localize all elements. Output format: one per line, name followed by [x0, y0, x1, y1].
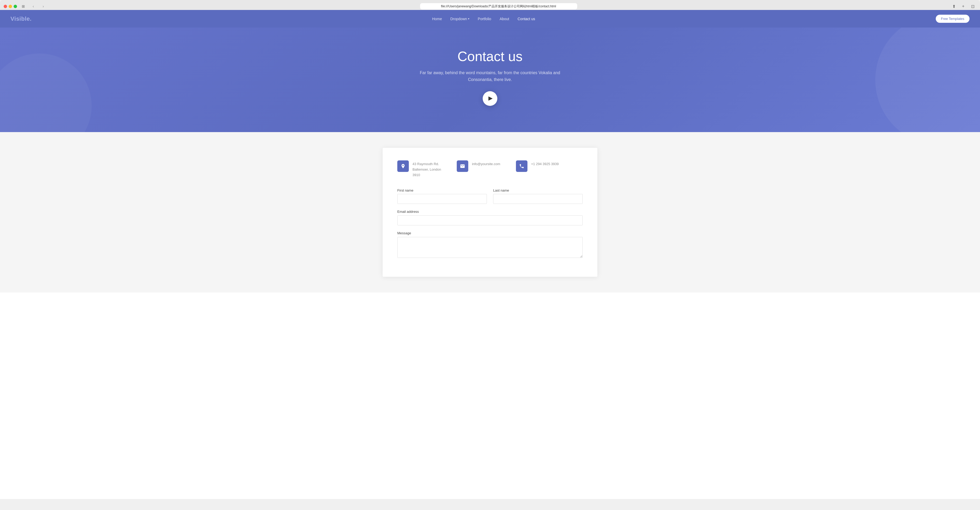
chevron-down-icon: ▾ [468, 17, 469, 20]
first-name-label: First name [397, 188, 487, 192]
hero-subtitle: Far far away, behind the word mountains,… [419, 69, 561, 83]
minimize-button[interactable] [9, 5, 12, 8]
extensions-button[interactable]: ⊡ [969, 3, 976, 10]
hero-title: Contact us [11, 48, 969, 64]
contact-address-text: 43 Raymouth Rd. Baltemoer, London 3910 [412, 160, 441, 178]
name-row: First name Last name [397, 188, 583, 204]
traffic-lights [4, 5, 17, 8]
back-button[interactable]: ‹ [30, 3, 37, 10]
location-icon [401, 164, 406, 169]
play-icon [488, 96, 493, 100]
message-group: Message [397, 231, 583, 259]
last-name-input[interactable] [493, 194, 583, 204]
location-icon-box [397, 160, 409, 172]
last-name-label: Last name [493, 188, 583, 192]
share-button[interactable]: ⬆ [950, 3, 958, 10]
nav-item-contact[interactable]: Contact us [517, 16, 535, 21]
nav-link-about[interactable]: About [500, 17, 509, 21]
nav-link-portfolio[interactable]: Portfolio [478, 17, 491, 21]
hero-section: Contact us Far far away, behind the word… [0, 27, 980, 132]
email-label: Email address [397, 210, 419, 214]
free-templates-button[interactable]: Free Templates [936, 15, 969, 23]
phone-icon-box [516, 160, 527, 172]
contact-info: 43 Raymouth Rd. Baltemoer, London 3910 i… [397, 160, 583, 178]
browser-chrome: ⊞ ‹ › file:///Users/janewang/Downloads/产… [0, 0, 980, 10]
nav-item-about[interactable]: About [500, 16, 509, 21]
sidebar-toggle[interactable]: ⊞ [20, 3, 27, 10]
contact-form: First name Last name Email address Messa… [397, 188, 583, 259]
email-icon-box [457, 160, 468, 172]
email-input[interactable] [397, 215, 583, 225]
play-button[interactable] [483, 91, 497, 106]
nav-item-dropdown[interactable]: Dropdown ▾ [450, 17, 469, 21]
contact-address-item: 43 Raymouth Rd. Baltemoer, London 3910 [397, 160, 441, 178]
first-name-group: First name [397, 188, 487, 204]
contact-card: 43 Raymouth Rd. Baltemoer, London 3910 i… [383, 148, 597, 276]
first-name-input[interactable] [397, 194, 487, 204]
logo: Visible. [11, 16, 32, 22]
nav-link-contact[interactable]: Contact us [517, 17, 535, 21]
close-button[interactable] [4, 5, 7, 8]
contact-email-text: info@yoursite.com [472, 160, 500, 167]
forward-button[interactable]: › [40, 3, 47, 10]
email-icon [460, 164, 465, 169]
nav-item-home[interactable]: Home [432, 16, 442, 21]
contact-email-item: info@yoursite.com [457, 160, 500, 172]
contact-phone-text: +1 294 3925 3939 [531, 160, 558, 167]
nav-links: Home Dropdown ▾ Portfolio About Contact … [432, 16, 535, 21]
logo-dot: . [30, 16, 32, 22]
phone-icon [519, 164, 524, 169]
nav-item-portfolio[interactable]: Portfolio [478, 16, 491, 21]
navbar: Visible. Home Dropdown ▾ Portfolio About… [0, 10, 980, 27]
email-group: Email address [397, 209, 583, 225]
new-tab-button[interactable]: + [959, 3, 967, 10]
maximize-button[interactable] [14, 5, 17, 8]
contact-section: 43 Raymouth Rd. Baltemoer, London 3910 i… [0, 132, 980, 292]
nav-dropdown[interactable]: Dropdown ▾ [450, 17, 469, 21]
last-name-group: Last name [493, 188, 583, 204]
message-label: Message [397, 231, 411, 235]
address-bar[interactable]: file:///Users/janewang/Downloads/产品开发服务设… [420, 3, 577, 10]
contact-phone-item: +1 294 3925 3939 [516, 160, 558, 172]
webpage: Visible. Home Dropdown ▾ Portfolio About… [0, 10, 980, 499]
message-textarea[interactable] [397, 237, 583, 258]
nav-link-home[interactable]: Home [432, 17, 442, 21]
